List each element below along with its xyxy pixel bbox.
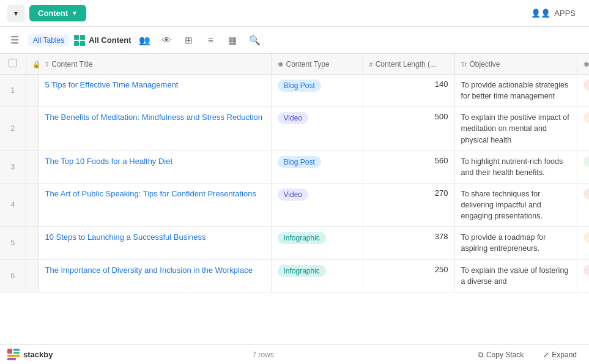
row-col-1: Listicle xyxy=(577,75,589,107)
row-length-1: 140 xyxy=(363,75,454,107)
row-number-2: 2 xyxy=(0,107,26,150)
col-tag-4: Listicle xyxy=(583,188,590,199)
row-title-3[interactable]: The Top 10 Foods for a Healthy Diet xyxy=(39,150,271,183)
row-objective-5: To provide a roadmap for aspiring entrep… xyxy=(454,227,577,259)
group-icon[interactable]: ▦ xyxy=(224,32,241,49)
content-type-badge-1: Blog Post xyxy=(278,80,321,92)
content-title-link-1[interactable]: 5 Tips for Effective Time Management xyxy=(45,80,179,89)
row-length-4: 270 xyxy=(363,183,454,226)
content-title-link-5[interactable]: 10 Steps to Launching a Successful Busin… xyxy=(45,232,206,242)
apps-people-icon: 👤👤 xyxy=(531,9,550,18)
content-title-link-4[interactable]: The Art of Public Speaking: Tips for Con… xyxy=(45,189,256,198)
stackby-logo: stackby xyxy=(7,349,53,361)
copy-stack-button[interactable]: ⧉ Copy Stack xyxy=(473,348,528,362)
table-row[interactable]: 1 5 Tips for Effective Time Management B… xyxy=(0,75,589,107)
search-icon[interactable]: 🔍 xyxy=(246,32,263,49)
col-type-header[interactable]: ◉ Content Type xyxy=(271,54,363,75)
objective-text-4: To share techniques for delivering impac… xyxy=(461,190,543,220)
logo-text: stackby xyxy=(23,350,53,359)
eye-icon[interactable]: 👁 xyxy=(158,32,175,49)
row-type-4: Video xyxy=(271,183,363,226)
row-title-5[interactable]: 10 Steps to Launching a Successful Busin… xyxy=(39,227,271,259)
col-title-header[interactable]: T Content Title xyxy=(39,54,271,75)
row-lock-6 xyxy=(26,259,39,292)
row-lock-1 xyxy=(26,75,39,107)
col-title-label: Content Title xyxy=(51,60,92,69)
row-col-4: Listicle xyxy=(577,183,589,226)
all-tables-tag[interactable]: All Tables xyxy=(28,34,69,46)
row-type-5: Infographic xyxy=(271,227,363,259)
row-type-1: Blog Post xyxy=(271,75,363,107)
table-row[interactable]: 3 The Top 10 Foods for a Healthy Diet Bl… xyxy=(0,150,589,183)
table-row[interactable]: 4 The Art of Public Speaking: Tips for C… xyxy=(0,183,589,226)
col-lock: 🔒 xyxy=(26,54,39,75)
row-title-6[interactable]: The Importance of Diversity and Inclusio… xyxy=(39,259,271,292)
row-type-3: Blog Post xyxy=(271,150,363,183)
table-row[interactable]: 6 The Importance of Diversity and Inclus… xyxy=(0,259,589,292)
title-type-icon: T xyxy=(45,61,50,68)
table-row[interactable]: 5 10 Steps to Launching a Successful Bus… xyxy=(0,227,589,259)
type-type-icon: ◉ xyxy=(278,60,284,68)
col-type-label: Content Type xyxy=(286,60,330,69)
objective-type-icon: Tr xyxy=(461,61,467,68)
row-col-3: Inter... xyxy=(577,150,589,183)
col-tag-2: How-t... xyxy=(583,112,590,123)
header-checkbox[interactable] xyxy=(9,59,17,67)
row-lock-5 xyxy=(26,227,39,259)
row-type-2: Video xyxy=(271,107,363,150)
chevron-down-icon: ▾ xyxy=(14,9,18,18)
content-title-link-2[interactable]: The Benefits of Meditation: Mindfulness … xyxy=(45,113,263,122)
col-checkbox[interactable] xyxy=(0,54,26,75)
row-number-1: 1 xyxy=(0,75,26,107)
row-type-6: Infographic xyxy=(271,259,363,292)
svg-rect-0 xyxy=(7,349,12,354)
col-co-header[interactable]: ◉ Co... xyxy=(577,54,589,75)
content-label: Content xyxy=(38,9,68,18)
lock-icon: 🔒 xyxy=(32,61,39,68)
toolbar: ☰ All Tables All Content 👥 👁 ⊞ ≡ ▦ 🔍 xyxy=(0,27,589,54)
row-lock-2 xyxy=(26,107,39,150)
table-row[interactable]: 2 The Benefits of Meditation: Mindfulnes… xyxy=(0,107,589,150)
copy-icon: ⧉ xyxy=(478,351,484,359)
row-title-1[interactable]: 5 Tips for Effective Time Management xyxy=(39,75,271,107)
content-type-badge-3: Blog Post xyxy=(278,156,321,168)
content-type-badge-2: Video xyxy=(278,112,308,124)
bottom-actions: ⧉ Copy Stack ⤢ Expand xyxy=(473,348,582,362)
content-table: 🔒 T Content Title ◉ Content Type xyxy=(0,54,589,292)
hamburger-icon[interactable]: ☰ xyxy=(6,32,23,49)
table-header-row: 🔒 T Content Title ◉ Content Type xyxy=(0,54,589,75)
apps-label: APPS xyxy=(554,9,576,18)
filter-sliders-icon[interactable]: ⊞ xyxy=(180,32,197,49)
apps-button[interactable]: 👤👤 APPS xyxy=(525,5,582,21)
people-icon[interactable]: 👥 xyxy=(136,32,153,49)
objective-text-3: To highlight nutrient-rich foods and the… xyxy=(461,157,563,177)
all-content-section[interactable]: All Content xyxy=(74,35,131,46)
svg-rect-4 xyxy=(7,358,16,360)
bottom-bar: stackby 7 rows ⧉ Copy Stack ⤢ Expand xyxy=(0,344,589,364)
co-type-icon: ◉ xyxy=(583,60,590,68)
nav-chevron[interactable]: ▾ xyxy=(7,5,24,22)
svg-rect-2 xyxy=(13,352,20,354)
row-objective-4: To share techniques for delivering impac… xyxy=(454,183,577,226)
content-chevron-icon: ▼ xyxy=(72,10,78,17)
col-tag-5: How-to... xyxy=(583,232,590,243)
row-length-3: 560 xyxy=(363,150,454,183)
col-objective-header[interactable]: Tr Objective xyxy=(454,54,577,75)
row-title-2[interactable]: The Benefits of Meditation: Mindfulness … xyxy=(39,107,271,150)
content-type-badge-4: Video xyxy=(278,188,308,201)
col-length-header[interactable]: # Content Length (... xyxy=(363,54,454,75)
content-button[interactable]: Content ▼ xyxy=(29,5,86,21)
row-title-4[interactable]: The Art of Public Speaking: Tips for Con… xyxy=(39,183,271,226)
content-type-badge-5: Infographic xyxy=(278,232,326,244)
row-count: 7 rows xyxy=(253,351,274,359)
row-lock-3 xyxy=(26,150,39,183)
expand-button[interactable]: ⤢ Expand xyxy=(538,348,582,362)
col-length-label: Content Length (... xyxy=(376,60,436,69)
objective-text-5: To provide a roadmap for aspiring entrep… xyxy=(461,233,546,253)
objective-text-2: To explain the positive impact of medita… xyxy=(461,113,569,144)
row-col-2: How-t... xyxy=(577,107,589,150)
grid-icon xyxy=(74,35,85,46)
content-title-link-3[interactable]: The Top 10 Foods for a Healthy Diet xyxy=(45,157,173,166)
content-title-link-6[interactable]: The Importance of Diversity and Inclusio… xyxy=(45,266,253,275)
sort-icon[interactable]: ≡ xyxy=(202,32,219,49)
